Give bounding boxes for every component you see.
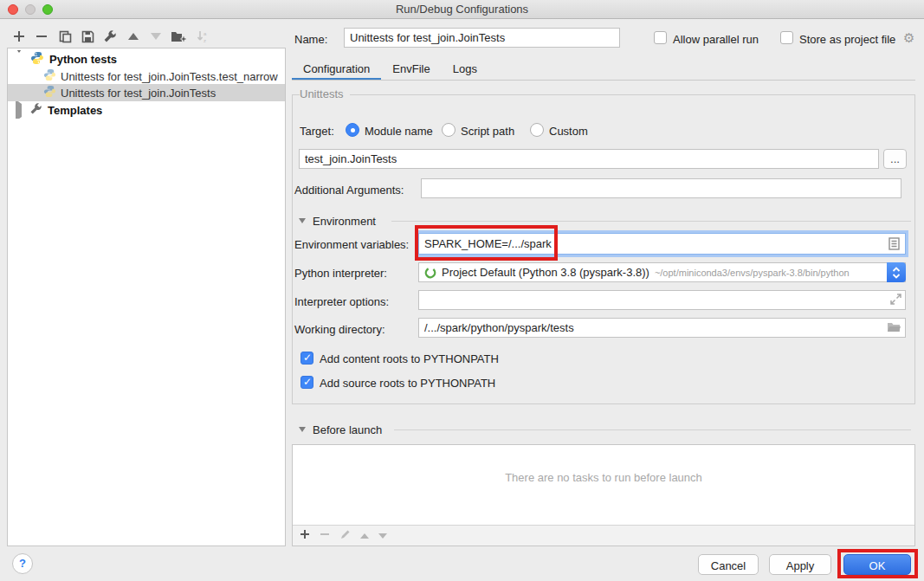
svg-text:a: a (204, 31, 207, 36)
store-as-project-file-checkbox[interactable] (780, 31, 793, 44)
move-down-button[interactable] (147, 28, 165, 45)
window-title: Run/Debug Configurations (0, 3, 924, 16)
radio-custom[interactable] (530, 123, 544, 137)
tree-node-config-jointests-selected[interactable]: Unittests for test_join.JoinTests (8, 84, 285, 101)
new-folder-button[interactable] (170, 28, 187, 45)
before-launch-separator (394, 429, 911, 430)
run-debug-configurations-dialog: Run/Debug Configurations az Python tests (0, 0, 924, 581)
wrench-icon (103, 29, 117, 43)
interpreter-dropdown-button[interactable] (887, 262, 906, 282)
before-launch-empty-text: There are no tasks to run before launch (293, 471, 914, 484)
title-bar: Run/Debug Configurations (0, 0, 924, 19)
working-directory-input[interactable] (418, 318, 906, 338)
cancel-button[interactable]: Cancel (698, 554, 759, 575)
env-vars-browse-icon[interactable] (888, 237, 900, 253)
interpreter-options-label: Interpreter options: (294, 295, 389, 308)
tree-node-config-narrow[interactable]: Unittests for test_join.JoinTests.test_n… (8, 68, 285, 85)
python-interpreter-select[interactable]: Project Default (Python 3.8 (pyspark-3.8… (418, 262, 906, 282)
radio-module-name[interactable] (346, 123, 359, 137)
tab-bar: Configuration EnvFile Logs (292, 59, 488, 81)
move-up-icon (128, 33, 139, 40)
working-directory-label: Working directory: (294, 323, 385, 336)
tree-node-label: Templates (48, 104, 102, 117)
move-task-down-icon[interactable] (378, 533, 387, 539)
interpreter-options-input[interactable] (418, 290, 906, 310)
tab-envfile[interactable]: EnvFile (381, 59, 441, 81)
name-label: Name: (294, 33, 327, 46)
browse-button[interactable]: ... (883, 149, 907, 169)
radio-script-path-label: Script path (461, 125, 514, 138)
copy-icon (59, 30, 72, 43)
environment-variables-label: Environment variables: (294, 238, 409, 251)
environment-variables-input[interactable] (418, 233, 906, 255)
configurations-tree: Python tests Unittests for test_join.Joi… (7, 48, 286, 546)
templates-wrench-icon (29, 102, 42, 118)
help-button[interactable]: ? (12, 553, 33, 574)
ok-button[interactable]: OK (843, 554, 911, 575)
radio-script-path[interactable] (442, 123, 456, 137)
tree-node-label: Unittests for test_join.JoinTests (61, 87, 216, 100)
edit-templates-button[interactable] (101, 28, 119, 45)
copy-configuration-button[interactable] (56, 28, 74, 45)
tree-node-label: Python tests (49, 53, 117, 66)
name-input[interactable] (344, 28, 620, 48)
gear-icon[interactable]: ⚙ (903, 30, 914, 46)
radio-module-name-label: Module name (365, 125, 433, 138)
expand-field-icon[interactable] (890, 294, 901, 307)
python-interpreter-path: ~/opt/miniconda3/envs/pyspark-3.8/bin/py… (655, 268, 850, 278)
tab-separator (292, 80, 915, 81)
before-launch-task-list: There are no tasks to run before launch (292, 444, 915, 546)
add-content-roots-checkbox[interactable] (300, 352, 313, 365)
apply-button[interactable]: Apply (769, 554, 831, 575)
target-module-input[interactable] (299, 149, 879, 169)
python-interpreter-label: Python interpreter: (294, 267, 387, 280)
remove-task-button[interactable] (320, 529, 330, 542)
additional-arguments-input[interactable] (421, 178, 901, 198)
svg-text:z: z (204, 38, 206, 43)
add-content-roots-label: Add content roots to PYTHONPATH (320, 352, 499, 365)
before-launch-collapse-icon[interactable] (299, 427, 306, 432)
unittests-group-title: Unittests (300, 87, 350, 100)
tree-node-python-tests[interactable]: Python tests (8, 50, 285, 68)
conda-environment-icon (424, 267, 436, 279)
add-configuration-button[interactable] (10, 28, 28, 45)
chevron-right-icon[interactable] (16, 104, 22, 117)
radio-custom-label: Custom (549, 125, 588, 138)
python-tests-icon (30, 51, 44, 68)
before-launch-section-label: Before launch (313, 423, 382, 436)
environment-collapse-icon[interactable] (299, 218, 306, 223)
add-source-roots-checkbox[interactable] (300, 376, 313, 389)
folder-icon[interactable] (887, 321, 901, 335)
move-up-button[interactable] (125, 28, 142, 45)
tab-configuration[interactable]: Configuration (292, 59, 381, 81)
before-launch-toolbar (293, 525, 914, 545)
tab-logs[interactable]: Logs (442, 59, 488, 81)
save-icon (81, 30, 94, 43)
python-run-config-icon (43, 85, 56, 100)
environment-section-label: Environment (313, 215, 376, 228)
target-label: Target: (300, 125, 334, 138)
allow-parallel-run-label: Allow parallel run (673, 33, 759, 46)
chevron-up-down-icon (892, 267, 901, 279)
save-configuration-button[interactable] (79, 28, 96, 45)
new-folder-icon (171, 30, 186, 42)
sort-alphabetically-icon: az (197, 30, 209, 43)
tree-node-label: Unittests for test_join.JoinTests.test_n… (61, 70, 278, 83)
sort-configurations-button[interactable]: az (194, 28, 211, 45)
allow-parallel-run-checkbox[interactable] (654, 31, 667, 44)
additional-arguments-label: Additional Arguments: (294, 184, 404, 197)
move-task-up-icon[interactable] (360, 533, 369, 539)
add-source-roots-label: Add source roots to PYTHONPATH (320, 377, 495, 390)
add-icon (13, 30, 25, 42)
remove-configuration-button[interactable] (33, 28, 50, 45)
add-task-button[interactable] (300, 529, 310, 542)
chevron-down-icon[interactable] (15, 53, 23, 66)
store-as-project-file-label: Store as project file (799, 33, 895, 46)
python-run-config-icon (43, 68, 56, 84)
remove-icon (36, 30, 48, 42)
move-down-icon (151, 33, 161, 40)
environment-separator (391, 221, 911, 222)
edit-task-pencil-icon[interactable] (339, 529, 351, 543)
python-interpreter-name: Project Default (Python 3.8 (pyspark-3.8… (442, 266, 649, 279)
tree-node-templates[interactable]: Templates (8, 101, 285, 119)
